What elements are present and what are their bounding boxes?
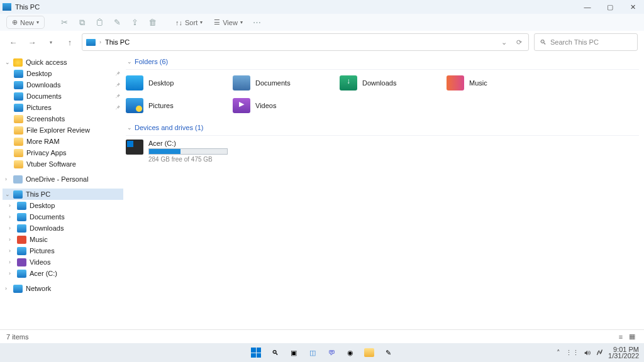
explorer-icon[interactable] (362, 346, 376, 359)
start-button[interactable] (249, 346, 263, 359)
new-label: New (20, 19, 34, 26)
chevron-down-icon[interactable]: ⌄ (498, 38, 509, 47)
chat-icon[interactable]: 💬︎ (325, 346, 338, 359)
folder-icon (233, 75, 250, 90)
maximize-button[interactable]: ▢ (599, 0, 621, 14)
task-view-icon[interactable]: ▣ (287, 346, 301, 359)
sidebar-item-label: More RAM (26, 138, 60, 145)
chevron-down-icon: ▾ (240, 19, 243, 25)
sidebar-item[interactable]: ›Desktop (3, 200, 123, 211)
sidebar-quick-access[interactable]: ⌄ Quick access (3, 57, 123, 68)
sidebar-item-label: Desktop (26, 70, 52, 77)
app-icon[interactable]: ✎ (381, 346, 395, 359)
sidebar-item-label: Pictures (30, 247, 55, 255)
tray-chevron-icon[interactable]: ˄ (557, 349, 560, 357)
sidebar-item[interactable]: More RAM (3, 136, 123, 147)
folder-icon (17, 213, 26, 221)
drive-item[interactable]: Acer (C:) 284 GB free of 475 GB (126, 140, 639, 163)
this-pc-icon (86, 39, 96, 46)
sidebar-item[interactable]: Pictures📌︎ (3, 102, 123, 113)
sidebar-onedrive[interactable]: › OneDrive - Personal (3, 173, 123, 185)
chevron-right-icon: › (99, 39, 101, 45)
sort-button[interactable]: ↑↓ Sort ▾ (172, 17, 206, 28)
folder-item[interactable]: Music (447, 74, 546, 92)
new-button[interactable]: ⊕ New ▾ (6, 16, 45, 29)
wifi-icon[interactable]: ⋮⋮ (565, 349, 579, 357)
search-icon[interactable]: 🔍︎ (268, 346, 282, 359)
minimize-button[interactable]: — (576, 0, 599, 14)
pin-icon: 📌︎ (115, 70, 121, 77)
back-button[interactable]: ← (6, 35, 20, 49)
volume-icon[interactable]: 🔊︎ (584, 349, 591, 356)
sidebar-network[interactable]: › Network (3, 283, 123, 294)
copy-icon[interactable]: ⧉ (75, 16, 89, 30)
sidebar-item-label: Vtuber Software (26, 160, 76, 168)
share-icon[interactable]: ⇪ (128, 16, 142, 30)
pin-icon: 📌︎ (115, 93, 121, 99)
cut-icon[interactable]: ✂ (57, 16, 71, 30)
folder-icon (17, 224, 26, 233)
sidebar-item-label: Privacy Apps (26, 149, 67, 156)
address-bar[interactable]: › This PC ⌄ ⟳ (82, 33, 529, 51)
section-devices[interactable]: ⌄ Devices and drives (1) (126, 121, 639, 136)
search-icon: 🔍︎ (540, 38, 547, 46)
folder-icon (14, 70, 23, 78)
details-view-button[interactable]: ≡ (615, 332, 626, 342)
sort-icon: ↑↓ (175, 19, 182, 26)
sidebar-item-label: Pictures (26, 104, 52, 111)
section-label: Folders (6) (135, 58, 168, 65)
chevron-right-icon: › (9, 214, 14, 220)
chevron-right-icon: › (9, 270, 14, 277)
folder-item[interactable]: Documents (233, 74, 332, 92)
sidebar-this-pc[interactable]: ⌄ This PC (3, 189, 123, 200)
chevron-right-icon: › (9, 202, 14, 209)
chevron-right-icon: › (9, 225, 14, 231)
sidebar-item[interactable]: Desktop📌︎ (3, 68, 123, 79)
sidebar-item[interactable]: ›Music (3, 234, 123, 245)
sidebar-item[interactable]: ›Videos (3, 256, 123, 268)
sidebar-item[interactable]: Documents📌︎ (3, 90, 123, 102)
network-icon (13, 285, 23, 293)
folder-item[interactable]: Videos (233, 96, 332, 115)
widgets-icon[interactable]: ◫ (306, 346, 319, 359)
battery-icon[interactable]: 🗲 (596, 349, 603, 356)
paste-icon[interactable]: 📋︎ (92, 16, 106, 30)
chevron-down-icon: ⌄ (127, 124, 132, 131)
sort-label: Sort (185, 19, 197, 26)
drive-label: Acer (C:) (148, 140, 228, 147)
recent-button[interactable]: ▾ (44, 35, 58, 49)
folder-icon (17, 236, 26, 244)
search-input[interactable]: 🔍︎ Search This PC (534, 33, 638, 51)
sidebar-item[interactable]: ›Documents (3, 211, 123, 222)
sidebar-item[interactable]: Screenshots (3, 113, 123, 124)
sidebar-item[interactable]: Privacy Apps (3, 147, 123, 158)
chrome-icon[interactable]: ◉ (343, 346, 357, 359)
section-folders[interactable]: ⌄ Folders (6) (126, 55, 639, 70)
section-label: Devices and drives (1) (135, 124, 203, 131)
sidebar-item[interactable]: ›Pictures (3, 245, 123, 256)
sidebar-item[interactable]: File Explorer Review (3, 124, 123, 136)
forward-button[interactable]: → (25, 35, 39, 49)
status-items: 7 items (6, 333, 28, 341)
delete-icon[interactable]: 🗑︎ (145, 16, 159, 30)
refresh-icon[interactable]: ⟳ (513, 38, 525, 47)
sidebar-item[interactable]: ›Acer (C:) (3, 268, 123, 279)
folder-icon (17, 258, 26, 266)
cloud-icon (13, 175, 23, 184)
more-icon[interactable]: ⋯ (250, 16, 264, 30)
close-button[interactable]: ✕ (621, 0, 644, 14)
folder-item[interactable]: Desktop (126, 74, 225, 92)
up-button[interactable]: ↑ (63, 35, 77, 49)
folder-item[interactable]: Pictures (126, 96, 225, 115)
sidebar-item[interactable]: ›Downloads (3, 222, 123, 234)
folder-icon (126, 98, 143, 113)
rename-icon[interactable]: ✎ (110, 16, 124, 30)
sidebar-item[interactable]: Downloads📌︎ (3, 79, 123, 90)
clock[interactable]: 9:01 PM 1/31/2022 (608, 346, 639, 359)
view-button[interactable]: ☰ View ▾ (210, 16, 247, 28)
folder-item[interactable]: Downloads (340, 74, 439, 92)
sidebar-item[interactable]: Vtuber Software (3, 158, 123, 170)
tiles-view-button[interactable]: ▦ (626, 332, 638, 342)
chevron-right-icon: › (9, 259, 14, 265)
sidebar-label: This PC (26, 190, 50, 198)
